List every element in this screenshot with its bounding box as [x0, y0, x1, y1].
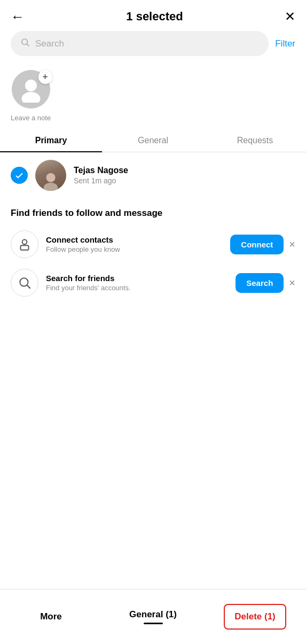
search-friends-title: Search for friends — [46, 274, 228, 283]
suggestion-search: Search for friends Find your friends' ac… — [0, 263, 306, 302]
message-info: Tejas Nagose Sent 1m ago — [74, 166, 295, 185]
search-button[interactable]: Search — [236, 273, 284, 293]
svg-point-5 — [44, 183, 58, 191]
story-label: Leave a note — [11, 114, 51, 122]
connect-info: Connect contacts Follow people you know — [46, 235, 223, 253]
header: ← 1 selected ✕ — [0, 0, 306, 31]
svg-point-2 — [25, 80, 37, 91]
connect-subtitle: Follow people you know — [46, 245, 223, 253]
page-title: 1 selected — [126, 10, 183, 24]
svg-point-4 — [46, 173, 55, 182]
search-dismiss-button[interactable]: × — [289, 277, 295, 288]
select-check[interactable] — [11, 167, 28, 184]
tab-general[interactable]: General — [102, 129, 204, 152]
search-friends-subtitle: Find your friends' accounts. — [46, 284, 228, 292]
connect-title: Connect contacts — [46, 235, 223, 244]
svg-line-9 — [27, 285, 30, 289]
story-avatar[interactable]: + — [12, 70, 50, 108]
bottom-bar: More General (1) Delete (1) — [0, 589, 306, 644]
avatar — [35, 160, 66, 191]
svg-point-7 — [22, 239, 27, 244]
suggestion-connect: Connect contacts Follow people you know … — [0, 225, 306, 263]
story-avatar-wrap: + Leave a note — [11, 70, 51, 122]
delete-area: Delete (1) — [204, 604, 306, 630]
svg-line-1 — [27, 44, 29, 46]
tabs-row: Primary General Requests — [0, 129, 306, 152]
tab-requests[interactable]: Requests — [204, 129, 306, 152]
search-input-placeholder: Search — [35, 38, 64, 49]
svg-point-0 — [22, 39, 28, 45]
back-button[interactable]: ← — [11, 10, 25, 24]
search-icon — [20, 37, 30, 50]
find-friends-title: Find friends to follow and message — [0, 198, 306, 225]
message-time: Sent 1m ago — [74, 176, 295, 185]
search-friends-icon — [11, 269, 38, 297]
search-bar-row: Search Filter — [0, 31, 306, 56]
connect-actions: Connect × — [230, 235, 295, 254]
add-note-button[interactable]: + — [38, 70, 52, 84]
svg-point-3 — [21, 92, 40, 103]
more-button[interactable]: More — [0, 611, 102, 622]
connect-button[interactable]: Connect — [230, 235, 284, 254]
connect-dismiss-button[interactable]: × — [289, 239, 295, 250]
search-friends-actions: Search × — [236, 273, 295, 293]
message-item[interactable]: Tejas Nagose Sent 1m ago — [0, 152, 306, 198]
delete-button[interactable]: Delete (1) — [224, 604, 286, 630]
general-button[interactable]: General (1) — [102, 609, 204, 624]
story-area: + Leave a note — [0, 65, 306, 129]
svg-point-8 — [20, 278, 28, 286]
connect-icon — [11, 230, 38, 258]
search-bar[interactable]: Search — [11, 31, 269, 56]
search-friends-info: Search for friends Find your friends' ac… — [46, 274, 228, 292]
svg-rect-6 — [20, 245, 28, 250]
tab-primary[interactable]: Primary — [0, 129, 102, 152]
close-button[interactable]: ✕ — [285, 10, 295, 23]
sender-name: Tejas Nagose — [74, 166, 295, 175]
filter-button[interactable]: Filter — [275, 38, 295, 49]
